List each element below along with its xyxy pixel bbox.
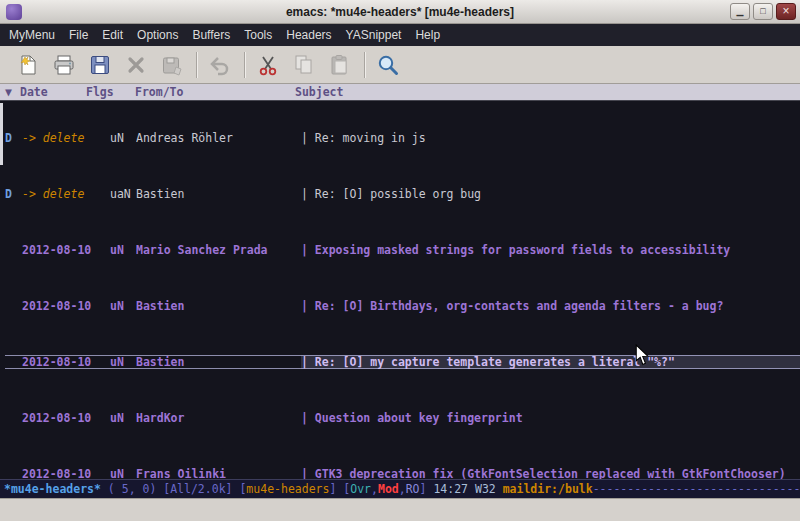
scrollbar[interactable] (0, 101, 4, 479)
copy-icon (292, 53, 316, 77)
menu-options[interactable]: Options (130, 25, 185, 45)
search-button[interactable] (374, 51, 402, 79)
message-subject: | Re: [O] Birthdays, org-contacts and ag… (301, 299, 800, 313)
modeline-ro: RO (406, 482, 420, 496)
message-from: Bastien (136, 355, 301, 369)
message-subject: | Re: [O] possible org bug (301, 187, 800, 201)
menu-buffers[interactable]: Buffers (185, 25, 237, 45)
message-row[interactable]: 2012-08-10 uN Bastien | Re: [O] Birthday… (5, 299, 800, 313)
close-button (122, 51, 150, 79)
header-col-from[interactable]: From/To (135, 85, 183, 99)
minimize-button[interactable]: ▁ (730, 3, 750, 20)
message-date: 2012-08-10 (22, 467, 110, 479)
message-list: D -> delete uN Andreas Röhler | Re: movi… (5, 103, 800, 479)
menu-file[interactable]: File (62, 25, 95, 45)
modeline-folder: maildir:/bulk (503, 482, 593, 496)
modeline-dim: ] (420, 482, 434, 496)
message-row[interactable]: D -> delete uN Andreas Röhler | Re: movi… (5, 131, 800, 145)
new-file-button[interactable] (14, 51, 42, 79)
menu-yasnippet[interactable]: YASnippet (339, 25, 409, 45)
message-row-current[interactable]: 2012-08-10 uN Bastien | Re: [O] my captu… (5, 355, 800, 369)
copy-button (290, 51, 318, 79)
message-from: Bastien (136, 299, 301, 313)
toolbar-separator (196, 52, 198, 78)
modeline-mod: Mod (378, 482, 399, 496)
message-mark-char (5, 355, 22, 369)
message-mark-char: D (5, 131, 22, 145)
message-row[interactable]: D -> delete uaN Bastien | Re: [O] possib… (5, 187, 800, 201)
menu-help[interactable]: Help (408, 25, 447, 45)
message-from: HardKor (136, 411, 301, 425)
message-flags: uN (110, 131, 136, 145)
save-as-button (158, 51, 186, 79)
menu-tools[interactable]: Tools (237, 25, 279, 45)
paste-icon (328, 53, 352, 77)
search-icon (376, 53, 400, 77)
message-row[interactable]: 2012-08-10 uN Mario Sanchez Prada | Expo… (5, 243, 800, 257)
header-col-date[interactable]: Date (20, 85, 48, 99)
message-mark-char: D (5, 187, 22, 201)
message-subject: | GTK3 deprecation fix (GtkFontSelection… (301, 467, 800, 479)
save-as-icon (160, 53, 184, 77)
undo-icon (208, 53, 232, 77)
window-title: emacs: *mu4e-headers* [mu4e-headers] (0, 5, 800, 19)
save-button[interactable] (86, 51, 114, 79)
message-mark-char (5, 411, 22, 425)
message-date: -> delete (22, 131, 110, 145)
scrollbar-thumb[interactable] (0, 103, 3, 165)
header-col-flags[interactable]: Flgs (86, 85, 114, 99)
modeline-buffer: *mu4e-headers* (4, 482, 101, 496)
cut-button[interactable] (254, 51, 282, 79)
message-mark-char (5, 243, 22, 257)
message-flags: uN (110, 243, 136, 257)
toolbar-separator (364, 52, 366, 78)
message-subject: | Re: moving in js (301, 131, 800, 145)
menu-mymenu[interactable]: MyMenu (2, 25, 62, 45)
menu-edit[interactable]: Edit (95, 25, 130, 45)
header-line: ▼ Date Flgs From/To Subject (0, 84, 800, 101)
message-date: 2012-08-10 (22, 355, 110, 369)
modeline-dim: ( 5, 0) (101, 482, 163, 496)
header-col-subject[interactable]: Subject (295, 85, 343, 99)
modeline-dim: , (399, 482, 406, 496)
close-button[interactable]: × (776, 3, 796, 20)
message-flags: uaN (110, 187, 136, 201)
undo-button (206, 51, 234, 79)
modeline-dim: ----------------------------------------… (593, 482, 800, 496)
message-subject: | Re: [O] my capture template generates … (301, 355, 800, 369)
window-controls: ▁ □ × (730, 3, 796, 20)
modeline-mode: mu4e-headers (246, 482, 329, 496)
message-subject: | Exposing masked strings for password f… (301, 243, 800, 257)
message-mark-char (5, 467, 22, 479)
titlebar: emacs: *mu4e-headers* [mu4e-headers] ▁ □… (0, 0, 800, 24)
print-icon (52, 53, 76, 77)
message-flags: uN (110, 355, 136, 369)
close-icon (124, 53, 148, 77)
message-date: 2012-08-10 (22, 243, 110, 257)
message-row[interactable]: 2012-08-10 uN HardKor | Question about k… (5, 411, 800, 425)
cut-icon (256, 53, 280, 77)
menu-headers[interactable]: Headers (279, 25, 338, 45)
modeline-dim: , (371, 482, 378, 496)
message-date: 2012-08-10 (22, 299, 110, 313)
message-mark-char (5, 299, 22, 313)
message-flags: uN (110, 411, 136, 425)
modeline-dim: [All/2.0k] (163, 482, 239, 496)
headers-buffer: D -> delete uN Andreas Röhler | Re: movi… (0, 101, 800, 479)
maximize-button[interactable]: □ (753, 3, 773, 20)
toolbar-separator (244, 52, 246, 78)
message-subject: | Question about key fingerprint (301, 411, 800, 425)
menu-bar: MyMenuFileEditOptionsBuffersToolsHeaders… (0, 24, 800, 46)
modeline-plain: W32 (475, 482, 503, 496)
echo-area (0, 498, 800, 521)
message-from: Bastien (136, 187, 301, 201)
message-row[interactable]: 2012-08-10 uN Frans Oilinki | GTK3 depre… (5, 467, 800, 479)
print-button[interactable] (50, 51, 78, 79)
sort-direction-icon[interactable]: ▼ (5, 85, 12, 99)
modeline-plain: 14:27 (433, 482, 475, 496)
save-icon (88, 53, 112, 77)
toolbar (0, 46, 800, 84)
emacs-app-icon (6, 4, 22, 20)
new-file-icon (16, 53, 40, 77)
message-date: 2012-08-10 (22, 411, 110, 425)
